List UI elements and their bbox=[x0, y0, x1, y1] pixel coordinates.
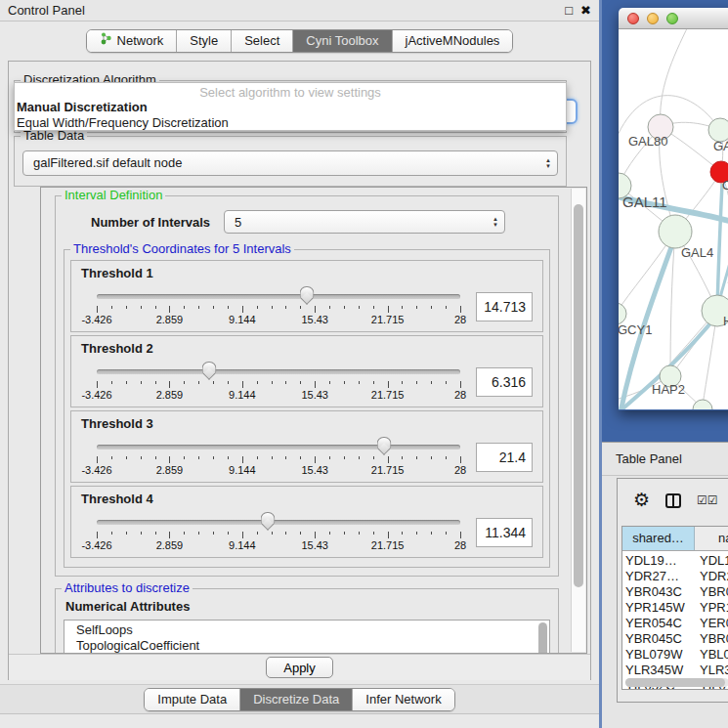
slider-track[interactable] bbox=[97, 445, 460, 450]
panel-title: Control Panel bbox=[8, 3, 85, 18]
threshold-label: Threshold 4 bbox=[81, 492, 533, 506]
table-data-group: Table Data galFiltered.sif default node … bbox=[14, 136, 567, 187]
slider-track[interactable] bbox=[97, 369, 460, 374]
tab-impute-data[interactable]: Impute Data bbox=[145, 689, 240, 710]
threshold-value-field[interactable]: 11.344 bbox=[476, 518, 533, 547]
table-data-combobox[interactable]: galFiltered.sif default node ▲▼ bbox=[22, 150, 558, 176]
attribute-list-item[interactable]: TopologicalCoefficient bbox=[76, 638, 535, 654]
slider-track[interactable] bbox=[97, 520, 460, 525]
threshold-label: Threshold 3 bbox=[81, 416, 533, 431]
threshold-row: Threshold 4 -3.4262.8599.14415.4321.7152… bbox=[70, 486, 543, 558]
table-cell: YLR3 bbox=[695, 663, 728, 678]
network-node-label: GAL4 bbox=[681, 245, 713, 260]
zoom-traffic-light-icon[interactable] bbox=[666, 13, 678, 24]
horizontal-scrollbar[interactable] bbox=[625, 678, 728, 687]
threshold-slider[interactable]: -3.4262.8599.14415.4321.71528 bbox=[97, 362, 460, 403]
network-node-label: GAL11 bbox=[622, 193, 667, 210]
close-traffic-light-icon[interactable] bbox=[627, 13, 639, 24]
table-cell: YER0 bbox=[695, 616, 728, 631]
threshold-slider[interactable]: -3.4262.8599.14415.4321.71528 bbox=[97, 512, 460, 553]
float-icon[interactable]: □ bbox=[565, 0, 573, 21]
table-cell: YPR1 bbox=[695, 600, 728, 616]
tab-label: Impute Data bbox=[157, 689, 227, 710]
slider-tick-labels: -3.4262.8599.14415.4321.71528 bbox=[97, 389, 460, 402]
table-row[interactable]: YER054CYER0 bbox=[622, 616, 728, 631]
group-title: Interval Definition bbox=[62, 189, 165, 202]
algorithm-option[interactable]: Equal Width/Frequency Discretization bbox=[15, 115, 566, 131]
network-window: GAL80GACGAL11GAL4GCY1HHAP2 bbox=[619, 8, 728, 410]
network-node[interactable] bbox=[619, 303, 626, 324]
network-node-label: H bbox=[723, 314, 728, 328]
network-edge[interactable] bbox=[661, 29, 689, 127]
slider-track[interactable] bbox=[97, 294, 460, 299]
scrollbar-thumb[interactable] bbox=[574, 204, 583, 587]
num-intervals-spinner[interactable]: 5 ▲▼ bbox=[224, 210, 505, 234]
slider-tick-labels: -3.4262.8599.14415.4321.71528 bbox=[97, 464, 460, 477]
list-scrollbar[interactable] bbox=[538, 622, 547, 654]
column-header[interactable]: shared… bbox=[622, 527, 695, 550]
tab-jactivemnodules[interactable]: jActiveMNodules bbox=[393, 30, 513, 52]
tab-cyni-toolbox[interactable]: Cyni Toolbox bbox=[293, 30, 392, 52]
network-node[interactable] bbox=[659, 215, 692, 248]
table-row[interactable]: YLR345WYLR3 bbox=[622, 663, 728, 678]
group-title: Attributes to discretize bbox=[62, 581, 193, 595]
select-columns-icon[interactable]: ☑☑ bbox=[697, 493, 718, 507]
gear-icon[interactable]: ⚙ bbox=[633, 491, 650, 510]
network-node[interactable] bbox=[693, 400, 712, 409]
tab-select[interactable]: Select bbox=[232, 30, 293, 52]
attributes-group: Attributes to discretize Numerical Attri… bbox=[55, 588, 559, 654]
split-columns-icon[interactable] bbox=[665, 493, 681, 508]
table-row[interactable]: YDR27…YDR2 bbox=[622, 569, 728, 584]
apply-bar: Apply bbox=[9, 654, 590, 680]
minimize-traffic-light-icon[interactable] bbox=[647, 13, 659, 24]
slider-tick-labels: -3.4262.8599.14415.4321.71528 bbox=[97, 539, 460, 552]
table-cell: YDR27… bbox=[622, 569, 695, 584]
tab-network[interactable]: Network bbox=[87, 30, 178, 52]
slider-ticks bbox=[97, 532, 460, 539]
threshold-value-field[interactable]: 21.4 bbox=[476, 443, 533, 472]
network-canvas[interactable]: GAL80GACGAL11GAL4GCY1HHAP2 bbox=[619, 29, 728, 409]
threshold-slider[interactable]: -3.4262.8599.14415.4321.71528 bbox=[97, 286, 460, 327]
tab-style[interactable]: Style bbox=[177, 30, 232, 52]
spinner-stepper-icon[interactable]: ▲▼ bbox=[487, 216, 504, 228]
column-header[interactable]: na bbox=[695, 527, 728, 550]
slider-thumb[interactable] bbox=[202, 362, 217, 373]
screen: Control Panel □ ✖ NetworkStyleSelectCyni… bbox=[0, 0, 728, 728]
group-title: Table Data bbox=[21, 129, 87, 143]
combo-stepper-icon[interactable]: ▲▼ bbox=[539, 157, 557, 169]
node-table: shared…na YDL19…YDL1YDR27…YDR2YBR043CYBR… bbox=[621, 526, 728, 690]
network-node-label: C bbox=[722, 178, 728, 193]
tab-label: jActiveMNodules bbox=[406, 30, 500, 52]
apply-button[interactable]: Apply bbox=[266, 657, 333, 678]
table-row[interactable]: YPR145WYPR1 bbox=[622, 600, 728, 616]
vertical-scrollbar[interactable] bbox=[571, 189, 585, 652]
slider-ticks bbox=[97, 306, 460, 314]
num-intervals-label: Number of Intervals bbox=[91, 215, 210, 230]
table-row[interactable]: YDL19…YDL1 bbox=[622, 553, 728, 569]
table-panel: Table Panel ⚙ ☑☑ shared…na YDL19…YDL1YDR… bbox=[602, 442, 728, 728]
network-node-label: GCY1 bbox=[619, 322, 652, 337]
close-icon[interactable]: ✖ bbox=[580, 0, 591, 21]
table-cell: YDL19… bbox=[622, 553, 695, 569]
table-row[interactable]: YBL079WYBL0 bbox=[622, 647, 728, 663]
table-row[interactable]: YBR043CYBR0 bbox=[622, 584, 728, 600]
scrollbar-thumb[interactable] bbox=[625, 678, 725, 687]
threshold-value-field[interactable]: 6.316 bbox=[476, 367, 533, 397]
control-panel: Control Panel □ ✖ NetworkStyleSelectCyni… bbox=[0, 0, 599, 728]
attribute-list-item[interactable]: SelfLoops bbox=[76, 622, 535, 638]
table-toolbar: ⚙ ☑☑ bbox=[618, 479, 728, 522]
control-panel-titlebar: Control Panel □ ✖ bbox=[0, 0, 599, 21]
table-cell: YDL1 bbox=[695, 553, 728, 569]
table-row[interactable]: YBR045CYBR0 bbox=[622, 631, 728, 647]
tab-infer-network[interactable]: Infer Network bbox=[353, 689, 453, 710]
slider-thumb[interactable] bbox=[299, 286, 314, 298]
algorithm-dropdown-popup: Select algorithm to view settings Manual… bbox=[14, 82, 567, 131]
slider-thumb[interactable] bbox=[260, 512, 275, 524]
slider-thumb[interactable] bbox=[376, 437, 391, 449]
network-node-label: HAP2 bbox=[652, 382, 685, 397]
tab-discretize-data[interactable]: Discretize Data bbox=[240, 689, 353, 710]
num-intervals-value: 5 bbox=[225, 215, 487, 230]
threshold-value-field[interactable]: 14.713 bbox=[476, 292, 533, 321]
threshold-slider[interactable]: -3.4262.8599.14415.4321.71528 bbox=[97, 437, 460, 478]
algorithm-option[interactable]: Manual Discretization bbox=[15, 100, 566, 115]
